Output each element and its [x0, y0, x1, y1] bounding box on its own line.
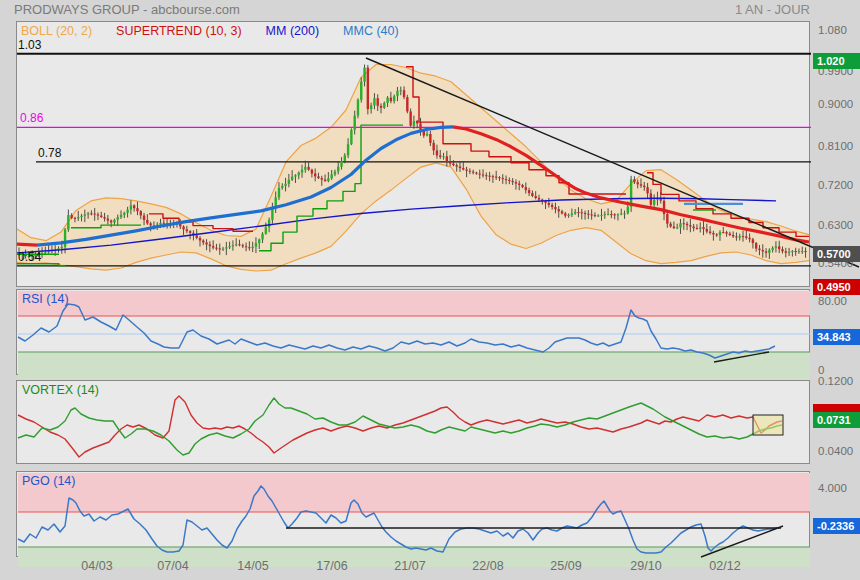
- date-label-04-03: 04/03: [81, 559, 112, 573]
- axis-badge-34.843: 34.843: [813, 329, 860, 345]
- pgo-panel[interactable]: PGO (14): [16, 471, 810, 557]
- axis-label-0.8100: 0.8100: [818, 138, 853, 154]
- legend-item-2: MM (200): [266, 24, 319, 38]
- date-label-22-08: 22/08: [472, 559, 503, 573]
- axis-label-4.000: 4.000: [818, 480, 847, 496]
- rsi-canvas: [17, 290, 811, 376]
- vortex-label: VORTEX (14): [22, 383, 99, 397]
- price-level-label-0.86: 0.86: [20, 111, 43, 125]
- axis-label-0.0400: 0.0400: [818, 443, 853, 459]
- axis-label-0.7200: 0.7200: [818, 177, 853, 193]
- legend-item-1: SUPERTREND (10, 3): [116, 24, 242, 38]
- main-chart-canvas: [17, 22, 811, 288]
- legend-item-0: BOLL (20, 2): [21, 24, 92, 38]
- axis-badge--0.2336: -0.2336: [813, 518, 860, 534]
- pgo-label: PGO (14): [22, 474, 76, 488]
- axis-label-0.9000: 0.9000: [818, 96, 853, 112]
- indicator-legend: BOLL (20, 2)SUPERTREND (10, 3)MM (200)MM…: [21, 24, 399, 38]
- date-label-21-07: 21/07: [394, 559, 425, 573]
- axis-label-1.080: 1.080: [818, 22, 847, 38]
- title-bar: PRODWAYS GROUP - abcbourse.com 1 AN - JO…: [0, 0, 860, 20]
- axis-badge-1.020: 1.020: [813, 53, 860, 69]
- rsi-label: RSI (14): [22, 292, 69, 306]
- chart-title: PRODWAYS GROUP - abcbourse.com: [14, 2, 240, 17]
- axis-badge-0.0731: 0.0731: [813, 412, 860, 428]
- pgo-canvas: [17, 472, 811, 558]
- date-label-29-10: 29/10: [630, 559, 661, 573]
- date-label-17-06: 17/06: [316, 559, 347, 573]
- date-label-25-09: 25/09: [550, 559, 581, 573]
- axis-badge-0.5700: 0.5700: [813, 246, 860, 262]
- timeframe-label: 1 AN - JOUR: [640, 2, 810, 17]
- legend-item-3: MMC (40): [343, 24, 399, 38]
- rsi-panel[interactable]: RSI (14): [16, 289, 810, 375]
- main-price-panel[interactable]: BOLL (20, 2)SUPERTREND (10, 3)MM (200)MM…: [16, 21, 810, 287]
- chart-application: PRODWAYS GROUP - abcbourse.com 1 AN - JO…: [0, 0, 860, 580]
- axis-label-80.00: 80.00: [818, 293, 847, 309]
- axis-badge-strip: [813, 404, 860, 412]
- vortex-panel[interactable]: VORTEX (14): [16, 380, 810, 464]
- date-label-02-12: 02/12: [709, 559, 740, 573]
- date-label-14-05: 14/05: [237, 559, 268, 573]
- axis-label-0.6300: 0.6300: [818, 217, 853, 233]
- axis-badge-0.4950: 0.4950: [813, 279, 860, 295]
- vortex-canvas: [17, 381, 811, 465]
- price-level-label-0.54: 0.54: [18, 250, 41, 264]
- date-label-07-04: 07/04: [157, 559, 188, 573]
- price-level-label-0.78: 0.78: [38, 146, 61, 160]
- axis-label-0.1200: 0.1200: [818, 373, 853, 389]
- price-level-label-1.03: 1.03: [18, 38, 41, 52]
